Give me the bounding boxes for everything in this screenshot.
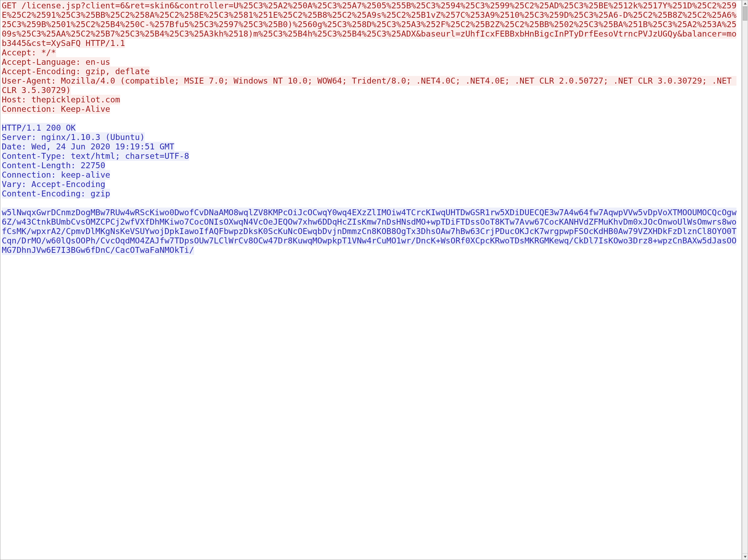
scroll-thumb[interactable] bbox=[743, 7, 747, 21]
blank-line bbox=[2, 199, 740, 208]
hex-content[interactable]: GET /license.jsp?client=6&ret=skin6&cont… bbox=[0, 0, 742, 560]
resp-header-vary: Vary: Accept-Encoding bbox=[2, 179, 105, 189]
req-header-user-agent: User-Agent: Mozilla/4.0 (compatible; MSI… bbox=[2, 76, 736, 95]
req-header-accept-language: Accept-Language: en-us bbox=[2, 57, 110, 67]
resp-header-content-encoding: Content-Encoding: gzip bbox=[2, 189, 110, 199]
resp-body: w5lNwqxGwrDCnmzDogMBw7RUw4wRScKiwo0DwofC… bbox=[2, 208, 736, 255]
scroll-up-button[interactable] bbox=[742, 0, 748, 7]
request-line: GET /license.jsp?client=6&ret=skin6&cont… bbox=[2, 1, 736, 48]
packet-viewer: GET /license.jsp?client=6&ret=skin6&cont… bbox=[0, 0, 748, 560]
chevron-down-icon bbox=[744, 556, 747, 558]
resp-status: HTTP/1.1 200 OK bbox=[2, 123, 76, 133]
vertical-scrollbar[interactable] bbox=[742, 0, 748, 560]
resp-header-connection: Connection: keep-alive bbox=[2, 170, 110, 180]
req-header-host: Host: thepicklepilot.com bbox=[2, 95, 120, 104]
chevron-up-icon bbox=[744, 2, 747, 5]
req-header-accept: Accept: */* bbox=[2, 48, 56, 57]
req-header-accept-encoding: Accept-Encoding: gzip, deflate bbox=[2, 67, 150, 76]
resp-header-date: Date: Wed, 24 Jun 2020 19:19:51 GMT bbox=[2, 142, 174, 151]
resp-header-content-type: Content-Type: text/html; charset=UTF-8 bbox=[2, 151, 189, 161]
resp-header-content-length: Content-Length: 22750 bbox=[2, 161, 105, 170]
scroll-track[interactable] bbox=[742, 7, 748, 553]
blank-line bbox=[2, 114, 740, 123]
req-header-connection: Connection: Keep-Alive bbox=[2, 104, 110, 114]
scroll-down-button[interactable] bbox=[742, 553, 748, 560]
resp-header-server: Server: nginx/1.10.3 (Ubuntu) bbox=[2, 132, 145, 142]
